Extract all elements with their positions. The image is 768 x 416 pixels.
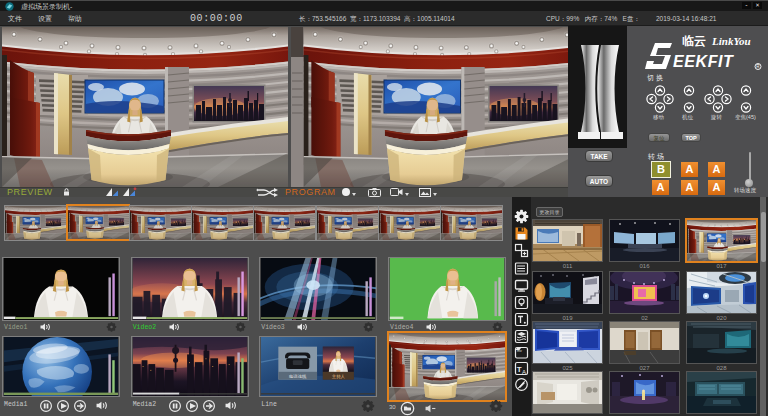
svg-text:mv: mv: [517, 349, 522, 353]
svg-text:EEKFIT: EEKFIT: [673, 53, 734, 70]
svg-text:A: A: [522, 369, 526, 375]
svg-text:电话连线: 电话连线: [289, 374, 307, 379]
